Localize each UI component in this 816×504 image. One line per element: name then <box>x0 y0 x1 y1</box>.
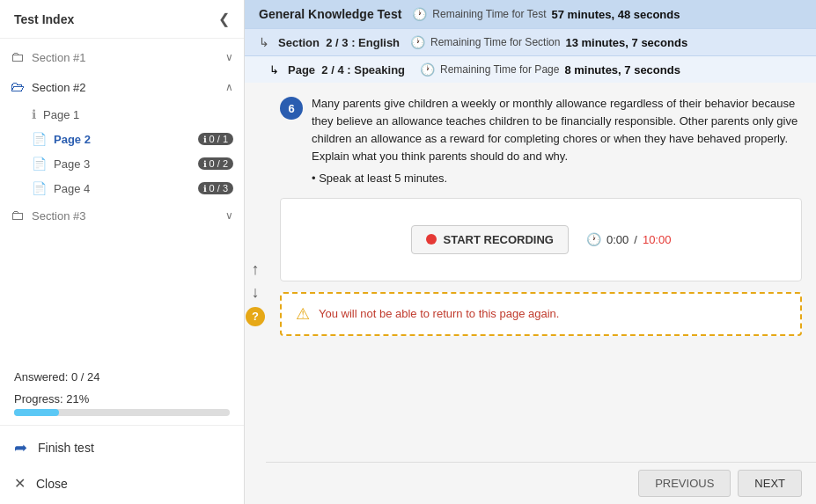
remaining-section-label: Remaining Time for Section <box>430 36 560 48</box>
right-panel: 6 Many parents give children a weekly or… <box>266 83 816 504</box>
section1-chevron: ∨ <box>225 51 233 63</box>
question-bullet: • Speak at least 5 minutes. <box>312 170 802 187</box>
start-recording-button[interactable]: START RECORDING <box>411 225 569 254</box>
sidebar-item-page1[interactable]: ℹ Page 1 <box>0 102 244 127</box>
page4-label: Page 4 <box>54 182 198 195</box>
page4-badge: ℹ 0 / 3 <box>198 182 233 194</box>
question-text: Many parents give children a weekly or m… <box>312 95 802 187</box>
progress-track <box>14 409 230 416</box>
page-icon-doc4: 📄 <box>32 181 47 195</box>
main-panel: General Knowledge Test 🕐 Remaining Time … <box>245 0 816 504</box>
remaining-section-value: 13 minutes, 7 seconds <box>565 36 687 49</box>
progress-container: Progress: 21% <box>0 387 244 425</box>
remaining-page-value: 8 minutes, 7 seconds <box>564 63 680 77</box>
sidebar: Test Index ❮ 🗀 Section #1 ∨ 🗁 Section #2… <box>0 0 245 504</box>
page3-badge-value: 0 / 2 <box>210 158 228 169</box>
recording-area: START RECORDING 🕐 0:00 / 10:00 <box>280 198 802 281</box>
test-timer-group: 🕐 Remaining Time for Test 57 minutes, 48… <box>412 7 802 21</box>
test-title: General Knowledge Test <box>259 7 401 21</box>
page4-badge-value: 0 / 3 <box>210 183 228 194</box>
section-word: Section <box>278 36 320 49</box>
folder-icon: 🗀 <box>11 49 25 65</box>
sidebar-item-section2[interactable]: 🗁 Section #2 ∧ <box>0 72 244 102</box>
sidebar-item-page2[interactable]: 📄 Page 2 ℹ 0 / 1 <box>0 127 244 151</box>
section-colon: : <box>351 36 358 49</box>
folder-icon-active: 🗁 <box>11 79 25 95</box>
clock-icon-section: 🕐 <box>410 35 425 49</box>
badge-info-icon4: ℹ <box>203 184 207 194</box>
time-total: 10:00 <box>643 233 672 246</box>
close-label: Close <box>36 477 68 491</box>
sidebar-item-section3[interactable]: 🗀 Section #3 ∨ <box>0 201 244 230</box>
section-num: 2 <box>326 36 332 49</box>
page-word: Page <box>288 63 315 77</box>
page-icon-doc3: 📄 <box>32 157 47 171</box>
nav-arrows-column: ↑ ↓ ? <box>245 83 266 504</box>
previous-button[interactable]: PREVIOUS <box>638 470 731 497</box>
section-total: 3 <box>342 36 348 49</box>
page-timer-group: 🕐 Remaining Time for Page 8 minutes, 7 s… <box>420 62 802 77</box>
finish-test-button[interactable]: ➦ Finish test <box>0 429 244 466</box>
sidebar-header: Test Index ❮ <box>0 0 244 39</box>
progress-label: Progress: 21% <box>14 392 230 405</box>
page2-badge: ℹ 0 / 1 <box>198 133 233 145</box>
section2-label: Section #2 <box>32 81 225 94</box>
page-header-bar: ↳ Page 2 / 4 : Speaking 🕐 Remaining Time… <box>245 55 816 83</box>
bottom-nav: PREVIOUS NEXT <box>266 462 816 504</box>
page3-badge: ℹ 0 / 2 <box>198 157 233 170</box>
page-name: Speaking <box>354 63 405 77</box>
sidebar-title: Test Index <box>14 12 74 26</box>
section1-label: Section #1 <box>32 51 225 64</box>
section-arrow-icon: ↳ <box>259 35 269 49</box>
warning-text: You will not be able to return to this p… <box>319 307 559 320</box>
remaining-test-value: 57 minutes, 48 seconds <box>552 8 680 21</box>
clock-icon-page: 🕐 <box>420 62 435 77</box>
recording-timer: 🕐 0:00 / 10:00 <box>586 232 671 246</box>
close-icon: ✕ <box>14 475 26 492</box>
section3-label: Section #3 <box>32 209 225 223</box>
page-total: 4 <box>337 63 343 77</box>
sidebar-item-page4[interactable]: 📄 Page 4 ℹ 0 / 3 <box>0 176 244 201</box>
down-arrow-button[interactable]: ↓ <box>252 284 260 300</box>
section-header-bar: ↳ Section 2 / 3 : English 🕐 Remaining Ti… <box>245 28 816 55</box>
page-arrow-icon: ↳ <box>269 63 279 77</box>
answered-stats: Answered: 0 / 24 <box>0 362 244 387</box>
clock-icon-test: 🕐 <box>412 7 427 21</box>
sidebar-item-page3[interactable]: 📄 Page 3 ℹ 0 / 2 <box>0 151 244 176</box>
section3-chevron: ∨ <box>225 209 233 222</box>
badge-info-icon3: ℹ <box>203 159 207 169</box>
content-and-arrows: ↑ ↓ ? 6 Many parents give children a wee… <box>245 83 816 504</box>
remaining-test-label: Remaining Time for Test <box>432 8 546 20</box>
record-dot-icon <box>426 234 437 245</box>
page-num: 2 <box>321 63 327 77</box>
section-name: English <box>358 36 400 49</box>
up-arrow-button[interactable]: ↑ <box>252 261 260 277</box>
clock-icon-recording: 🕐 <box>586 232 601 246</box>
question-block: 6 Many parents give children a weekly or… <box>280 95 802 187</box>
close-button[interactable]: ✕ Close <box>0 466 244 500</box>
page-icon-info: ℹ <box>32 107 36 121</box>
time-current: 0:00 <box>606 233 629 246</box>
next-button[interactable]: NEXT <box>738 470 802 497</box>
page2-badge-value: 0 / 1 <box>210 134 228 144</box>
page2-label: Page 2 <box>54 133 198 146</box>
question-number: 6 <box>280 97 303 120</box>
sidebar-collapse-button[interactable]: ❮ <box>218 11 230 27</box>
warning-icon: ⚠ <box>296 304 310 324</box>
section2-chevron: ∧ <box>225 81 233 93</box>
sidebar-nav: 🗀 Section #1 ∨ 🗁 Section #2 ∧ ℹ Page 1 📄… <box>0 39 244 362</box>
page3-label: Page 3 <box>54 157 198 171</box>
page-title-text: Page 2 / 4 : Speaking <box>288 63 411 77</box>
sidebar-actions: ➦ Finish test ✕ Close <box>0 425 244 504</box>
content-area: 6 Many parents give children a weekly or… <box>266 83 816 462</box>
progress-fill <box>14 409 59 416</box>
section-title-text: Section 2 / 3 : English <box>278 36 401 49</box>
sidebar-item-section1[interactable]: 🗀 Section #1 ∨ <box>0 42 244 72</box>
help-button[interactable]: ? <box>246 307 265 326</box>
badge-info-icon: ℹ <box>203 135 207 144</box>
page1-label: Page 1 <box>43 108 233 121</box>
test-header-bar: General Knowledge Test 🕐 Remaining Time … <box>245 0 816 28</box>
page-icon-doc: 📄 <box>32 132 47 146</box>
folder-icon3: 🗀 <box>11 208 25 223</box>
remaining-page-label: Remaining Time for Page <box>440 63 559 76</box>
